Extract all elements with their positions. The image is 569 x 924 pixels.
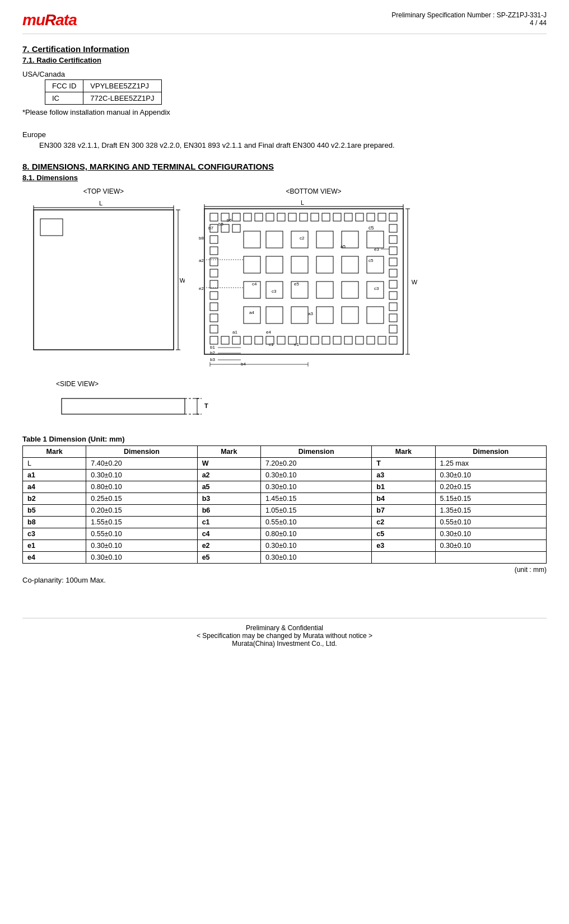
svg-rect-99 (210, 325, 218, 333)
sub71-title: 7.1. Radio Certification (22, 56, 101, 64)
svg-rect-96 (210, 292, 218, 299)
bottom-view-svg: L W (196, 198, 431, 371)
dim (435, 552, 546, 564)
svg-text:a1: a1 (232, 330, 237, 335)
svg-rect-66 (232, 336, 240, 344)
svg-text:a4: a4 (249, 310, 254, 315)
svg-text:e1: e1 (294, 342, 299, 347)
mark: b6 (197, 505, 260, 517)
mark: b7 (372, 505, 435, 517)
svg-rect-70 (277, 336, 285, 344)
svg-text:b7: b7 (208, 226, 213, 231)
mark: a2 (197, 470, 260, 481)
mark: e4 (23, 552, 86, 564)
spec-line1: Preliminary Specification Number : SP-ZZ… (391, 11, 547, 19)
svg-rect-81 (389, 224, 397, 232)
side-view-svg: T (56, 390, 213, 424)
svg-rect-59 (266, 307, 283, 323)
svg-text:c2: c2 (300, 236, 305, 241)
dimension-table-section: Table 1 Dimension (Unit: mm) Mark Dimens… (22, 435, 547, 584)
svg-text:c3: c3 (272, 289, 277, 294)
svg-rect-74 (322, 336, 330, 344)
svg-rect-80 (389, 336, 397, 344)
svg-text:b5: b5 (218, 222, 223, 227)
table-row: e1 0.30±0.10 e2 0.30±0.10 e3 0.30±0.10 (23, 540, 547, 552)
mark: a3 (372, 470, 435, 481)
unit-note: (unit : mm) (22, 566, 547, 574)
svg-text:b8: b8 (199, 236, 204, 241)
svg-rect-48 (291, 256, 308, 273)
col-mark2: Mark (197, 446, 260, 458)
svg-rect-29 (322, 213, 330, 221)
page-header: muRata Preliminary Specification Number … (22, 11, 547, 34)
ic-label: IC (45, 92, 83, 105)
svg-text:b1: b1 (210, 345, 215, 350)
dim: 7.20±0.20 (260, 458, 371, 470)
dim: 5.15±0.15 (435, 493, 546, 505)
svg-rect-67 (244, 336, 251, 344)
svg-text:L: L (301, 199, 304, 206)
col-dim2: Dimension (260, 446, 371, 458)
dim: 1.35±0.15 (435, 505, 546, 517)
svg-text:c3: c3 (374, 286, 379, 291)
footer-line3: Murata(China) Investment Co., Ltd. (22, 640, 547, 648)
svg-rect-24 (266, 213, 274, 221)
col-dim1: Dimension (86, 446, 197, 458)
dim: 1.45±0.15 (260, 493, 371, 505)
ic-value: 772C-LBEE5ZZ1PJ (83, 92, 161, 105)
coplanarity: Co-planarity: 100um Max. (22, 576, 547, 584)
svg-rect-75 (333, 336, 341, 344)
sub81-title: 8.1. Dimensions (22, 173, 547, 182)
col-mark1: Mark (23, 446, 86, 458)
svg-text:e5: e5 (294, 282, 299, 287)
dim: 0.80±0.10 (86, 481, 197, 493)
dim: 0.30±0.10 (86, 470, 197, 481)
svg-rect-84 (389, 258, 397, 266)
mark: e5 (197, 552, 260, 564)
usa-canada-label: USA/Canada (22, 70, 547, 78)
svg-rect-92 (210, 247, 218, 255)
top-view-block: <TOP VIEW> L W (22, 187, 185, 371)
dim: 0.55±0.10 (260, 517, 371, 528)
side-view-label: <SIDE VIEW> (56, 380, 99, 388)
svg-rect-22 (244, 213, 251, 221)
mark: b3 (197, 493, 260, 505)
dim: 1.05±0.15 (260, 505, 371, 517)
svg-rect-35 (389, 213, 397, 221)
svg-rect-50 (342, 256, 358, 273)
svg-rect-27 (300, 213, 307, 221)
svg-text:a2: a2 (199, 258, 204, 263)
dim: 0.30±0.10 (435, 540, 546, 552)
dim: 0.55±0.10 (435, 517, 546, 528)
svg-rect-76 (344, 336, 352, 344)
svg-rect-68 (255, 336, 263, 344)
svg-rect-44 (367, 231, 384, 248)
dim: 1.55±0.15 (86, 517, 197, 528)
dim: 0.30±0.10 (86, 552, 197, 564)
mark: c2 (372, 517, 435, 528)
svg-rect-91 (210, 236, 218, 243)
svg-rect-63 (367, 307, 384, 323)
svg-rect-61 (316, 307, 333, 323)
mark: b2 (23, 493, 86, 505)
mark: a4 (23, 481, 86, 493)
dim: 0.30±0.10 (260, 481, 371, 493)
col-dim3: Dimension (435, 446, 546, 458)
svg-text:a3: a3 (308, 311, 313, 316)
svg-rect-72 (300, 336, 307, 344)
svg-rect-94 (210, 269, 218, 277)
footer-line1: Preliminary & Confidential (22, 624, 547, 632)
dimension-table: Mark Dimension Mark Dimension Mark Dimen… (22, 445, 547, 564)
table-caption: Table 1 Dimension (Unit: mm) (22, 435, 547, 443)
svg-rect-90 (389, 325, 397, 333)
svg-rect-65 (221, 336, 229, 344)
svg-rect-58 (244, 307, 260, 323)
dim: 1.25 max (435, 458, 546, 470)
svg-rect-97 (210, 303, 218, 311)
mark: W (197, 458, 260, 470)
svg-rect-60 (291, 307, 308, 323)
table-row: a1 0.30±0.10 a2 0.30±0.10 a3 0.30±0.10 (23, 470, 547, 481)
table-row: FCC ID VPYLBEE5ZZ1PJ (45, 80, 162, 92)
svg-rect-34 (378, 213, 386, 221)
svg-text:b2: b2 (210, 350, 215, 355)
